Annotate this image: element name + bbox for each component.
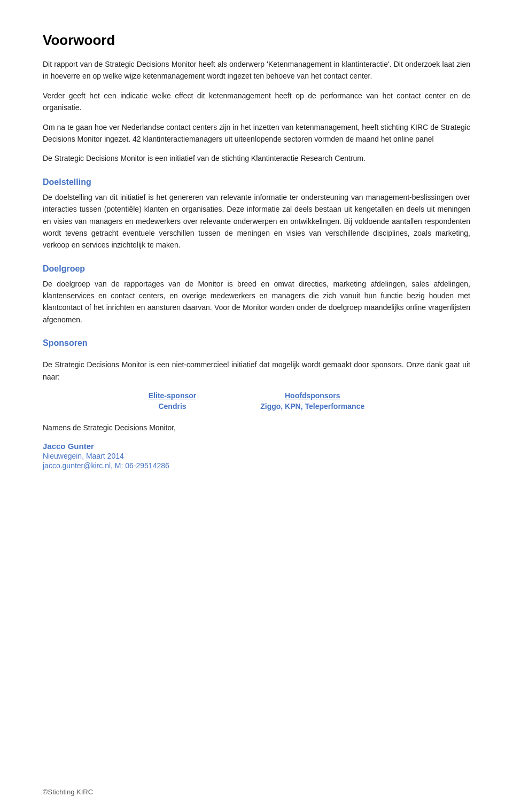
intro-paragraph-1: Dit rapport van de Strategic Decisions M… bbox=[43, 58, 470, 82]
intro-paragraph-4: De Strategic Decisions Monitor is een in… bbox=[43, 152, 470, 164]
elite-sponsor-title: Elite-sponsor bbox=[149, 391, 196, 400]
doelstelling-paragraph: De doelstelling van dit initiatief is he… bbox=[43, 191, 470, 251]
hoofdsponsors-name: Ziggo, KPN, Teleperformance bbox=[260, 402, 364, 411]
hoofdsponsors-title: Hoofdsponsors bbox=[285, 391, 340, 400]
hoofdsponsors-col: Hoofdsponsors Ziggo, KPN, Teleperformanc… bbox=[260, 391, 364, 411]
doelgroep-paragraph: De doelgroep van de rapportages van de M… bbox=[43, 278, 470, 326]
signature-contact: jacco.gunter@kirc.nl, M: 06-29514286 bbox=[43, 461, 470, 470]
elite-sponsor-col: Elite-sponsor Cendris bbox=[149, 391, 196, 411]
section-heading-doelstelling: Doelstelling bbox=[43, 177, 470, 187]
sponsoren-paragraph: De Strategic Decisions Monitor is een ni… bbox=[43, 359, 470, 383]
section-heading-sponsoren: Sponsoren bbox=[43, 338, 470, 348]
intro-paragraph-2: Verder geeft het een indicatie welke eff… bbox=[43, 90, 470, 114]
page-title: Voorwoord bbox=[43, 32, 470, 49]
namens-text: Namens de Strategic Decisions Monitor, bbox=[43, 423, 470, 432]
footer-copyright: ©Stichting KIRC bbox=[43, 788, 93, 796]
signature-name: Jacco Gunter bbox=[43, 442, 470, 451]
elite-sponsor-name: Cendris bbox=[158, 402, 186, 411]
sponsors-table: Elite-sponsor Cendris Hoofdsponsors Zigg… bbox=[43, 391, 470, 411]
section-heading-doelgroep: Doelgroep bbox=[43, 264, 470, 274]
intro-paragraph-3: Om na te gaan hoe ver Nederlandse contac… bbox=[43, 121, 470, 145]
signature-block: Jacco Gunter Nieuwegein, Maart 2014 jacc… bbox=[43, 442, 470, 470]
signature-location-date: Nieuwegein, Maart 2014 bbox=[43, 452, 470, 460]
